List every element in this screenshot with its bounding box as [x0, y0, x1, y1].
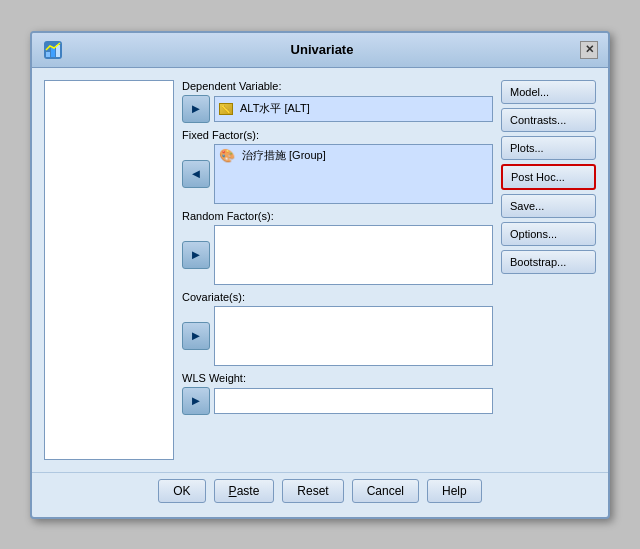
random-factors-row: ►: [182, 225, 493, 285]
paste-button[interactable]: Paste: [214, 479, 275, 503]
svg-rect-1: [46, 52, 50, 57]
fixed-factors-group: Fixed Factor(s): ◄ 🎨 治疗措施 [Group]: [182, 129, 493, 204]
close-button[interactable]: ✕: [580, 41, 598, 59]
random-factors-input[interactable]: [214, 225, 493, 285]
fixed-factors-value: 治疗措施 [Group]: [242, 148, 326, 163]
fixed-factors-arrow-button[interactable]: ◄: [182, 160, 210, 188]
dialog-title: Univariate: [64, 42, 580, 57]
random-factors-arrow-button[interactable]: ►: [182, 241, 210, 269]
title-bar: Univariate ✕: [32, 33, 608, 68]
cancel-button[interactable]: Cancel: [352, 479, 419, 503]
reset-button[interactable]: Reset: [282, 479, 343, 503]
wls-arrow-button[interactable]: ►: [182, 387, 210, 415]
ok-button[interactable]: OK: [158, 479, 205, 503]
covariates-group: Covariate(s): ►: [182, 291, 493, 366]
covariates-arrow-button[interactable]: ►: [182, 322, 210, 350]
right-buttons-panel: Model... Contrasts... Plots... Post Hoc.…: [501, 80, 596, 460]
wls-weight-row: ►: [182, 387, 493, 415]
bootstrap-button[interactable]: Bootstrap...: [501, 250, 596, 274]
variable-list[interactable]: [44, 80, 174, 460]
contrasts-button[interactable]: Contrasts...: [501, 108, 596, 132]
covariates-input[interactable]: [214, 306, 493, 366]
help-button[interactable]: Help: [427, 479, 482, 503]
dependent-variable-value: ALT水平 [ALT]: [240, 101, 310, 116]
wls-weight-input[interactable]: [214, 388, 493, 414]
random-factors-label: Random Factor(s):: [182, 210, 493, 222]
center-area: Dependent Variable: ► 📏 ALT水平 [ALT] Fixe…: [182, 80, 493, 460]
model-button[interactable]: Model...: [501, 80, 596, 104]
fixed-factors-row: ◄ 🎨 治疗措施 [Group]: [182, 144, 493, 204]
post-hoc-button[interactable]: Post Hoc...: [501, 164, 596, 190]
group-icon: 🎨: [219, 148, 235, 163]
wls-weight-label: WLS Weight:: [182, 372, 493, 384]
svg-rect-2: [51, 48, 55, 57]
app-icon: [42, 39, 64, 61]
options-button[interactable]: Options...: [501, 222, 596, 246]
wls-weight-group: WLS Weight: ►: [182, 372, 493, 415]
univariate-dialog: Univariate ✕ Dependent Variable: ► 📏 ALT…: [30, 31, 610, 519]
bottom-bar: OK Paste Reset Cancel Help: [32, 472, 608, 507]
fixed-factors-input[interactable]: 🎨 治疗措施 [Group]: [214, 144, 493, 204]
ruler-icon: 📏: [219, 103, 233, 115]
dependent-variable-label: Dependent Variable:: [182, 80, 493, 92]
fixed-factors-label: Fixed Factor(s):: [182, 129, 493, 141]
save-button[interactable]: Save...: [501, 194, 596, 218]
covariates-label: Covariate(s):: [182, 291, 493, 303]
dependent-variable-input[interactable]: 📏 ALT水平 [ALT]: [214, 96, 493, 122]
dependent-variable-row: ► 📏 ALT水平 [ALT]: [182, 95, 493, 123]
random-factors-group: Random Factor(s): ►: [182, 210, 493, 285]
dependent-variable-group: Dependent Variable: ► 📏 ALT水平 [ALT]: [182, 80, 493, 123]
dialog-body: Dependent Variable: ► 📏 ALT水平 [ALT] Fixe…: [32, 68, 608, 468]
plots-button[interactable]: Plots...: [501, 136, 596, 160]
covariates-row: ►: [182, 306, 493, 366]
dependent-arrow-button[interactable]: ►: [182, 95, 210, 123]
